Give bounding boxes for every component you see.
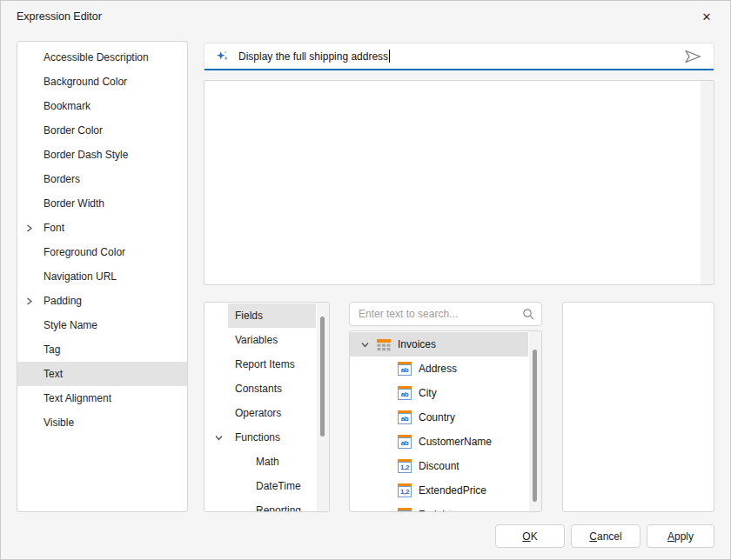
search-icon[interactable]	[522, 308, 534, 320]
category-item-variables[interactable]: Variables	[205, 328, 329, 352]
expression-text-area[interactable]	[204, 80, 714, 285]
tree-node-extendedprice[interactable]: 1,2 ExtendedPrice	[350, 478, 541, 503]
property-item-accessible-description[interactable]: Accessible Description	[17, 45, 187, 70]
category-item-functions[interactable]: Functions	[205, 425, 329, 450]
property-item-border-dash-style[interactable]: Border Dash Style	[17, 143, 187, 167]
property-label: Padding	[44, 295, 82, 307]
category-label: Variables	[235, 334, 278, 346]
property-label: Background Color	[44, 76, 127, 88]
string-field-icon: ab	[398, 435, 412, 449]
ok-button[interactable]: OK	[495, 524, 565, 548]
fields-tree-panel: Invoices ab Address ab City ab Country a…	[349, 330, 542, 512]
numeric-field-icon: 1,2	[398, 508, 412, 512]
cancel-button[interactable]: Cancel	[571, 524, 640, 548]
property-item-border-color[interactable]: Border Color	[17, 118, 187, 143]
numeric-field-icon: 1,2	[398, 459, 412, 473]
property-item-padding[interactable]: Padding	[17, 289, 187, 313]
string-field-icon: ab	[398, 410, 412, 424]
tree-node-label: Invoices	[398, 338, 436, 350]
search-input[interactable]	[359, 308, 522, 320]
tree-node-label: Address	[419, 363, 457, 375]
tree-node-freight[interactable]: 1,2 Freight	[350, 503, 541, 512]
property-label: Navigation URL	[44, 270, 117, 283]
property-label: Borders	[44, 173, 80, 185]
property-label: Style Name	[44, 319, 97, 331]
category-label: Report Items	[235, 358, 295, 370]
tree-node-label: Country	[419, 411, 455, 423]
property-item-text[interactable]: Text	[17, 362, 187, 386]
category-label: Math	[256, 456, 279, 468]
table-icon	[377, 338, 391, 351]
property-item-text-alignment[interactable]: Text Alignment	[17, 386, 187, 410]
ai-prompt-input[interactable]: Display the full shipping address	[204, 43, 714, 70]
property-item-borders[interactable]: Borders	[17, 167, 187, 191]
property-label: Bookmark	[44, 100, 91, 112]
tree-node-city[interactable]: ab City	[350, 381, 541, 405]
property-label: Border Width	[44, 197, 104, 210]
chevron-down-icon[interactable]	[215, 435, 223, 442]
category-item-report-items[interactable]: Report Items	[205, 352, 329, 377]
dialog-title: Expression Editor	[17, 10, 102, 23]
tree-node-label: Discount	[419, 460, 459, 472]
chevron-down-icon[interactable]	[361, 342, 369, 349]
search-box	[349, 302, 542, 326]
tree-node-customername[interactable]: ab CustomerName	[350, 430, 541, 454]
category-item-constants[interactable]: Constants	[205, 377, 329, 401]
property-item-border-width[interactable]: Border Width	[17, 191, 187, 216]
category-item-datetime[interactable]: DateTime	[205, 474, 329, 498]
property-label: Font	[44, 222, 64, 234]
property-item-foreground-color[interactable]: Foreground Color	[17, 240, 187, 264]
apply-button[interactable]: Apply	[647, 524, 714, 548]
description-panel	[562, 302, 714, 512]
property-item-background-color[interactable]: Background Color	[17, 70, 187, 94]
tree-node-invoices[interactable]: Invoices	[350, 332, 541, 357]
property-item-bookmark[interactable]: Bookmark	[17, 94, 187, 118]
property-item-tag[interactable]: Tag	[17, 337, 187, 362]
tree-node-label: Freight	[419, 509, 451, 512]
property-label: Text	[44, 368, 63, 380]
property-label: Border Color	[44, 124, 103, 137]
category-item-operators[interactable]: Operators	[205, 401, 329, 425]
property-item-navigation-url[interactable]: Navigation URL	[17, 264, 187, 289]
editor-scrollbar-track[interactable]	[701, 81, 714, 284]
category-item-math[interactable]: Math	[205, 450, 329, 474]
close-icon[interactable]: ✕	[698, 8, 715, 25]
string-field-icon: ab	[398, 362, 412, 376]
expression-editor-dialog: Expression Editor ✕ Accessible Descripti…	[0, 0, 731, 560]
property-label: Visible	[44, 417, 74, 429]
categories-panel: Fields Variables Report Items Constants …	[204, 302, 330, 512]
ai-prompt-text: Display the full shipping address	[238, 50, 388, 63]
property-label: Border Dash Style	[44, 149, 128, 161]
properties-panel: Accessible Description Background Color …	[17, 41, 188, 512]
category-label: Reporting	[256, 504, 301, 512]
tree-node-country[interactable]: ab Country	[350, 405, 541, 430]
property-label: Tag	[44, 343, 60, 356]
numeric-field-icon: 1,2	[398, 483, 412, 497]
chevron-right-icon[interactable]	[26, 224, 33, 232]
tree-node-label: City	[419, 387, 437, 399]
property-label: Foreground Color	[44, 246, 125, 258]
property-item-font[interactable]: Font	[17, 216, 187, 240]
text-cursor	[389, 50, 390, 63]
category-label: Constants	[235, 383, 282, 395]
tree-node-label: CustomerName	[419, 436, 492, 448]
ai-sparkle-icon	[215, 49, 230, 63]
category-label: Functions	[235, 431, 280, 443]
category-item-fields[interactable]: Fields	[205, 303, 329, 328]
tree-node-discount[interactable]: 1,2 Discount	[350, 454, 541, 478]
string-field-icon: ab	[398, 386, 412, 400]
category-label: DateTime	[256, 480, 301, 492]
category-label: Fields	[235, 310, 263, 322]
property-label: Text Alignment	[44, 392, 111, 404]
chevron-right-icon[interactable]	[26, 297, 33, 305]
property-item-style-name[interactable]: Style Name	[17, 313, 187, 337]
tree-node-address[interactable]: ab Address	[350, 357, 541, 381]
category-item-reporting[interactable]: Reporting	[205, 498, 329, 512]
category-label: Operators	[235, 407, 281, 419]
tree-node-label: ExtendedPrice	[419, 484, 486, 497]
property-label: Accessible Description	[44, 51, 149, 63]
property-item-visible[interactable]: Visible	[17, 410, 187, 435]
send-icon[interactable]	[682, 49, 703, 64]
